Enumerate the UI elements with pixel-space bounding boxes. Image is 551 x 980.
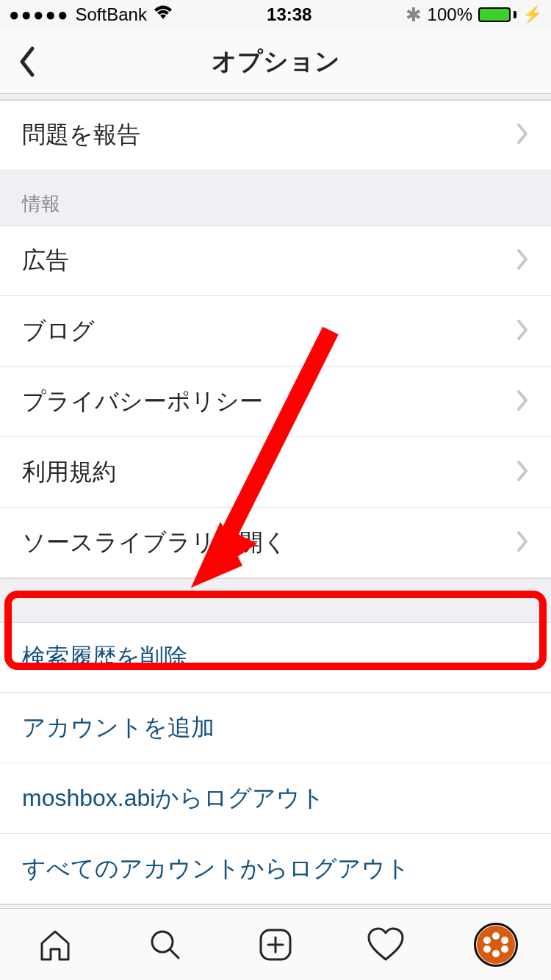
- row-label: 利用規約: [22, 456, 516, 489]
- tab-search[interactable]: [110, 909, 220, 980]
- carrier-label: SoftBank: [75, 4, 146, 25]
- row-label: moshbox.abiからログアウト: [22, 782, 529, 815]
- plus-square-icon: [256, 926, 295, 964]
- svg-point-13: [483, 937, 491, 944]
- back-chevron-icon: [18, 46, 37, 78]
- row-add-account[interactable]: アカウントを追加: [0, 693, 551, 763]
- row-label: 検索履歴を削除: [22, 641, 529, 674]
- row-open-source[interactable]: ソースライブラリを開く: [0, 508, 551, 578]
- signal-dots-icon: ●●●●●: [9, 4, 69, 25]
- bluetooth-icon: ✱: [406, 4, 422, 26]
- battery-icon: [478, 7, 516, 22]
- svg-point-10: [501, 945, 508, 953]
- row-label: すべてのアカウントからログアウト: [22, 853, 529, 885]
- row-clear-search-history[interactable]: 検索履歴を削除: [0, 622, 551, 693]
- svg-point-3: [152, 932, 173, 952]
- row-label: ソースライブラリを開く: [22, 527, 516, 559]
- nav-bar: オプション: [0, 29, 551, 94]
- chevron-right-icon: [516, 530, 529, 555]
- svg-point-11: [492, 950, 500, 957]
- chevron-right-icon: [516, 389, 529, 414]
- row-label: 問題を報告: [22, 119, 516, 151]
- svg-point-12: [483, 945, 491, 953]
- tab-bar: [0, 908, 551, 980]
- chevron-right-icon: [516, 460, 529, 485]
- tab-activity[interactable]: [331, 909, 441, 980]
- row-logout-user[interactable]: moshbox.abiからログアウト: [0, 763, 551, 834]
- chevron-right-icon: [516, 319, 529, 344]
- section-header-info: 情報: [0, 170, 551, 226]
- profile-avatar-icon: [477, 926, 515, 964]
- row-terms[interactable]: 利用規約: [0, 437, 551, 508]
- charging-icon: ⚡: [522, 5, 542, 24]
- row-label: プライバシーポリシー: [22, 386, 516, 418]
- row-label: アカウントを追加: [22, 712, 529, 744]
- search-icon: [146, 926, 184, 964]
- content-scroll[interactable]: 問題を報告 情報 広告 ブログ プライバシーポリシー 利用規約 ソースライブラリ…: [0, 94, 551, 908]
- svg-point-8: [492, 932, 500, 940]
- chevron-right-icon: [516, 248, 529, 273]
- clock: 13:38: [267, 4, 311, 25]
- wifi-icon: [153, 4, 173, 25]
- tab-home[interactable]: [0, 909, 110, 980]
- status-bar: ●●●●● SoftBank 13:38 ✱ 100% ⚡: [0, 0, 551, 29]
- heart-icon: [366, 926, 406, 964]
- page-title: オプション: [0, 45, 551, 79]
- home-icon: [36, 926, 74, 964]
- row-ads[interactable]: 広告: [0, 226, 551, 296]
- back-button[interactable]: [6, 29, 48, 93]
- svg-point-9: [501, 937, 508, 944]
- battery-pct: 100%: [428, 4, 472, 25]
- svg-line-4: [170, 950, 179, 958]
- chevron-right-icon: [516, 123, 529, 148]
- row-privacy-policy[interactable]: プライバシーポリシー: [0, 367, 551, 437]
- row-blog[interactable]: ブログ: [0, 296, 551, 367]
- row-label: 広告: [22, 245, 516, 277]
- row-label: ブログ: [22, 315, 516, 347]
- row-logout-all[interactable]: すべてのアカウントからログアウト: [0, 834, 551, 904]
- tab-new-post[interactable]: [220, 909, 331, 980]
- tab-profile[interactable]: [441, 909, 551, 980]
- row-report-problem[interactable]: 問題を報告: [0, 100, 551, 170]
- svg-point-14: [492, 941, 500, 948]
